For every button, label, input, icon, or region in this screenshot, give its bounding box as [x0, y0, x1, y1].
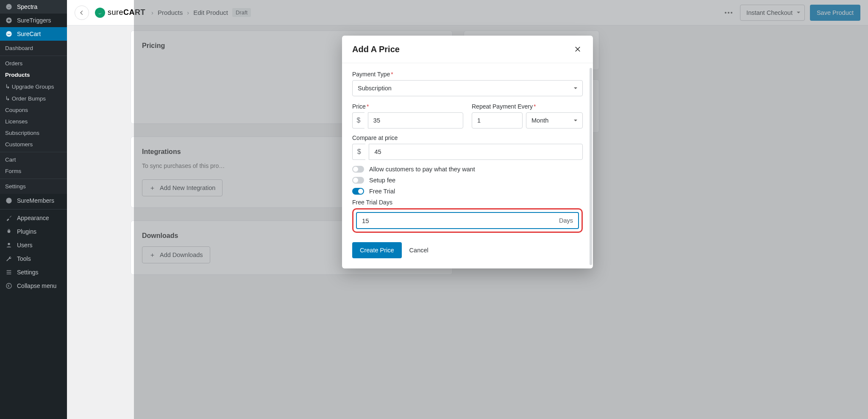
trial-days-input[interactable]: [362, 217, 510, 224]
repeat-col: Repeat Payment Every* Month: [472, 103, 583, 128]
submenu-coupons[interactable]: Coupons: [0, 104, 67, 116]
trial-days-highlight: Days: [352, 208, 583, 233]
spectra-icon: [5, 3, 13, 11]
price-input[interactable]: [368, 112, 463, 128]
selected-value: Month: [531, 117, 548, 124]
sidebar-item-appearance[interactable]: Appearance: [0, 211, 67, 225]
sidebar-item-collapse[interactable]: Collapse menu: [0, 279, 67, 293]
modal-header: Add A Price: [342, 36, 593, 63]
label: Plugins: [17, 228, 36, 235]
separator: [0, 56, 67, 56]
label: SureCart: [17, 31, 41, 37]
sidebar-item-suretriggers[interactable]: SureTriggers: [0, 14, 67, 27]
repeat-inputs: Month: [472, 112, 583, 128]
chevron-down-icon: [574, 87, 577, 91]
setup-fee-toggle[interactable]: [352, 177, 364, 184]
payment-type-select[interactable]: Subscription: [352, 80, 583, 96]
separator: [0, 209, 67, 210]
collapse-icon: [5, 282, 13, 290]
price-col: Price* $: [352, 103, 463, 128]
add-price-modal: Add A Price Payment Type* Subscription P…: [342, 36, 593, 268]
free-trial-label: Free Trial: [369, 188, 395, 195]
arrow-left-icon: [79, 10, 85, 16]
selected-value: Subscription: [358, 85, 392, 92]
label: Settings: [17, 269, 39, 276]
wp-admin-sidebar: Spectra SureTriggers SureCart Dashboard …: [0, 0, 67, 419]
modal-body: Payment Type* Subscription Price* $: [342, 63, 593, 268]
sidebar-item-plugins[interactable]: Plugins: [0, 225, 67, 238]
close-icon: [574, 45, 581, 53]
label: SureTriggers: [17, 17, 51, 24]
separator: [0, 152, 67, 152]
price-label: Price*: [352, 103, 463, 110]
currency-prefix: $: [352, 144, 365, 160]
pwyw-label: Allow customers to pay what they want: [369, 166, 475, 173]
sidebar-item-users[interactable]: Users: [0, 238, 67, 252]
modal-title: Add A Price: [352, 45, 400, 54]
close-button[interactable]: [573, 44, 583, 54]
setup-fee-row: Setup fee: [352, 177, 583, 184]
compare-label: Compare at price: [352, 134, 583, 141]
label: Spectra: [17, 3, 37, 10]
brand-sure: sure: [108, 8, 123, 17]
submenu-licenses[interactable]: Licenses: [0, 116, 67, 127]
submenu-upgrade-groups[interactable]: ↳ Upgrade Groups: [0, 81, 67, 92]
currency-prefix: $: [352, 112, 364, 128]
price-input-wrap: $: [352, 112, 463, 128]
submenu-dashboard[interactable]: Dashboard: [0, 42, 67, 54]
suretriggers-icon: [5, 17, 13, 24]
sidebar-item-surecart[interactable]: SureCart: [0, 27, 67, 41]
repeat-number-input[interactable]: [472, 112, 523, 128]
surecart-icon: [5, 30, 13, 38]
surecart-submenu: Dashboard Orders Products ↳ Upgrade Grou…: [0, 41, 67, 194]
svg-point-5: [6, 283, 11, 288]
pwyw-toggle[interactable]: [352, 166, 364, 173]
pwyw-row: Allow customers to pay what they want: [352, 166, 583, 173]
user-icon: [5, 241, 13, 249]
sidebar-item-settings[interactable]: Settings: [0, 265, 67, 279]
main-area: sureCART › Products › Edit Product Draft…: [67, 0, 868, 419]
label: Tools: [17, 255, 31, 262]
submenu-settings[interactable]: Settings: [0, 181, 67, 192]
submenu-products[interactable]: Products: [0, 69, 67, 81]
cancel-button[interactable]: Cancel: [409, 247, 428, 254]
modal-actions: Create Price Cancel: [352, 242, 583, 258]
svg-point-3: [6, 198, 11, 203]
submenu-customers[interactable]: Customers: [0, 139, 67, 150]
svg-point-0: [6, 4, 11, 9]
label: SureMembers: [17, 197, 54, 204]
free-trial-toggle[interactable]: [352, 188, 364, 195]
sliders-icon: [5, 268, 13, 276]
sidebar-item-tools[interactable]: Tools: [0, 252, 67, 265]
wrench-icon: [5, 255, 13, 263]
payment-type-label: Payment Type*: [352, 71, 583, 78]
brand-badge-icon: [95, 8, 105, 18]
svg-point-2: [6, 31, 11, 36]
free-trial-row: Free Trial: [352, 188, 583, 195]
label: Collapse menu: [17, 282, 56, 289]
trial-days-input-wrap: Days: [356, 212, 579, 229]
compare-input-wrap: $: [352, 144, 583, 160]
submenu-order-bumps[interactable]: ↳ Order Bumps: [0, 92, 67, 104]
days-suffix: Days: [559, 217, 573, 224]
label: Appearance: [17, 215, 49, 221]
separator: [0, 179, 67, 179]
plug-icon: [5, 228, 13, 235]
sidebar-item-suremembers[interactable]: SureMembers: [0, 194, 67, 207]
submenu-orders[interactable]: Orders: [0, 58, 67, 69]
repeat-label: Repeat Payment Every*: [472, 103, 583, 110]
compare-input[interactable]: [369, 144, 583, 160]
label: Users: [17, 242, 33, 249]
submenu-forms[interactable]: Forms: [0, 165, 67, 177]
suremembers-icon: [5, 197, 13, 204]
submenu-subscriptions[interactable]: Subscriptions: [0, 127, 67, 139]
create-price-button[interactable]: Create Price: [352, 242, 402, 258]
submenu-cart[interactable]: Cart: [0, 154, 67, 165]
trial-days-label: Free Trial Days: [352, 199, 583, 206]
brush-icon: [5, 214, 13, 222]
setup-fee-label: Setup fee: [369, 177, 395, 184]
sidebar-item-spectra[interactable]: Spectra: [0, 0, 67, 14]
repeat-unit-select[interactable]: Month: [526, 112, 583, 128]
svg-point-4: [8, 243, 10, 245]
back-button[interactable]: [75, 6, 89, 20]
